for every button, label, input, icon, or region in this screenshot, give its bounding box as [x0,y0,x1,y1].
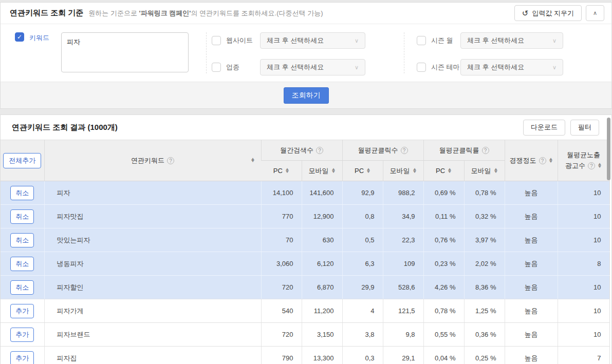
season-theme-checkbox[interactable] [417,63,426,72]
keyword-link[interactable]: 피자집 [57,354,77,362]
ctr-mobile-cell: 0,32 % [464,205,505,228]
season-month-checkbox[interactable] [417,36,426,45]
clicks-pc-cell: 4 [342,299,383,323]
search-pc-cell: 770 [261,205,302,228]
table-row: 취소피자14,100141,60092,9988,20,69 %0,78 %높음… [1,181,609,205]
add-keyword-button[interactable]: 추가 [10,328,34,342]
keyword-link[interactable]: 맛있는피자 [57,236,90,244]
table-header: 전체추가 연관키워드 ? ▲▼ 월간검색수 ? [1,140,609,181]
ctr-pc-cell: 4,26 % [423,276,464,299]
ctr-pc-cell: 0,69 % [423,181,464,205]
help-icon[interactable]: ? [316,147,323,154]
help-icon[interactable]: ? [167,157,174,164]
criteria-right-column: 시즌 월 체크 후 선택하세요 ∨ 시즌 테마 체크 후 선택하세요 ∨ [404,32,611,73]
row-action-cell: 취소 [1,205,44,228]
season-month-filter-row: 시즌 월 체크 후 선택하세요 ∨ [417,32,611,49]
cancel-keyword-button[interactable]: 취소 [10,257,34,271]
search-mobile-subheader: 모바일▲▼ [302,161,342,181]
keyword-cell: 피자브랜드 [44,323,261,347]
competition-cell: 높음 [505,252,558,276]
search-button[interactable]: 조회하기 [284,87,329,104]
keyword-link[interactable]: 냉동피자 [57,260,84,267]
industry-select-placeholder: 체크 후 선택하세요 [267,63,324,72]
ctr-mobile-cell: 8,36 % [464,276,505,299]
cancel-keyword-button[interactable]: 취소 [10,233,34,247]
avg-ads-label-line1: 월평균노출 [558,150,609,160]
industry-select[interactable]: 체크 후 선택하세요 ∨ [260,59,365,75]
season-theme-select[interactable]: 체크 후 선택하세요 ∨ [460,59,563,75]
vertical-scrollbar-thumb[interactable] [607,118,610,180]
season-month-select[interactable]: 체크 후 선택하세요 ∨ [460,32,563,49]
avg-ads-column-header: 월평균노출 광고수 ? ▲▼ [558,140,609,181]
competition-cell: 높음 [505,228,558,252]
filter-button[interactable]: 필터 [570,120,599,136]
search-pc-cell: 540 [261,299,302,323]
ctr-mobile-cell: 0,36 % [464,323,505,347]
ctr-pc-cell: 0,76 % [423,228,464,252]
sort-icon[interactable]: ▲▼ [413,168,417,174]
cancel-keyword-button[interactable]: 취소 [10,280,34,295]
keyword-link[interactable]: 피자가게 [57,307,84,315]
keyword-cell: 피자맛집 [44,205,261,228]
row-action-cell: 취소 [1,181,44,205]
add-all-button[interactable]: 전체추가 [3,153,41,168]
season-theme-label: 시즌 테마 [431,63,460,72]
collapse-panel-button[interactable]: ∧ [586,5,604,21]
keyword-input[interactable]: 피자 [61,32,189,72]
season-month-label: 시즌 월 [431,36,460,45]
sort-icon[interactable]: ▲▼ [598,163,602,168]
sort-icon[interactable]: ▲▼ [366,168,370,174]
criteria-subtitle-prefix: 원하는 기준으로 [88,9,139,17]
sort-icon[interactable]: ▲▼ [285,168,289,174]
clicks-pc-subheader: PC▲▼ [342,161,383,181]
keyword-link[interactable]: 피자맛집 [57,213,84,220]
sort-icon[interactable]: ▲▼ [331,168,336,174]
download-button[interactable]: 다운로드 [523,120,565,136]
results-actions: 다운로드 필터 [523,120,599,136]
monthly-clicks-group-header: 월평균클릭수 ? [342,140,423,161]
criteria-footer: 조회하기 [1,82,611,108]
competition-cell: 높음 [505,347,558,364]
search-mobile-cell: 630 [302,228,342,252]
ctr-pc-cell: 0,78 % [423,299,464,323]
sort-icon[interactable]: ▲▼ [251,158,255,163]
add-keyword-button[interactable]: 추가 [10,304,34,318]
keyword-label: 키워드 [29,32,61,43]
keyword-filter-group: ✓ 키워드 피자 [1,32,206,73]
cancel-keyword-button[interactable]: 취소 [10,209,34,224]
help-icon[interactable]: ? [401,147,408,154]
criteria-body: ✓ 키워드 피자 웹사이트 체크 후 선택하세요 ∨ 업종 체크 후 선택하세요… [1,24,611,82]
competition-cell: 높음 [505,181,558,205]
industry-label: 업종 [226,63,260,72]
clear-inputs-button[interactable]: ↺ 입력값 지우기 [514,5,582,21]
monthly-ctr-label: 월평균클릭률 [439,146,479,155]
industry-checkbox[interactable] [212,63,221,72]
keyword-link[interactable]: 피자 [57,189,70,197]
cancel-keyword-button[interactable]: 취소 [10,186,34,200]
criteria-subtitle-campaign: '파워링크 캠페인' [139,9,191,17]
help-icon[interactable]: ? [588,162,595,169]
competition-cell: 높음 [505,205,558,228]
check-icon: ✓ [17,34,22,40]
avg-ads-cell: 10 [558,181,609,205]
help-icon[interactable]: ? [482,147,489,154]
search-pc-cell: 720 [261,276,302,299]
sort-icon[interactable]: ▲▼ [494,168,498,174]
keyword-cell: 맛있는피자 [44,228,261,252]
competition-label: 경쟁정도 [510,156,536,165]
website-select[interactable]: 체크 후 선택하세요 ∨ [260,32,365,49]
help-icon[interactable]: ? [539,157,546,164]
monthly-clicks-label: 월평균클릭수 [358,146,398,155]
sort-icon[interactable]: ▲▼ [448,168,452,174]
keyword-link[interactable]: 피자브랜드 [57,331,90,338]
clicks-mobile-cell: 29,1 [383,347,423,364]
sort-icon[interactable]: ▲▼ [549,158,553,163]
industry-filter-row: 업종 체크 후 선택하세요 ∨ [212,59,404,75]
website-checkbox[interactable] [212,36,221,45]
row-action-cell: 취소 [1,252,44,276]
keyword-checkbox[interactable]: ✓ [15,32,24,42]
keyword-link[interactable]: 피자할인 [57,283,84,291]
criteria-header-actions: ↺ 입력값 지우기 ∧ [514,5,604,21]
row-action-cell: 추가 [1,299,44,323]
add-keyword-button[interactable]: 추가 [10,351,34,364]
